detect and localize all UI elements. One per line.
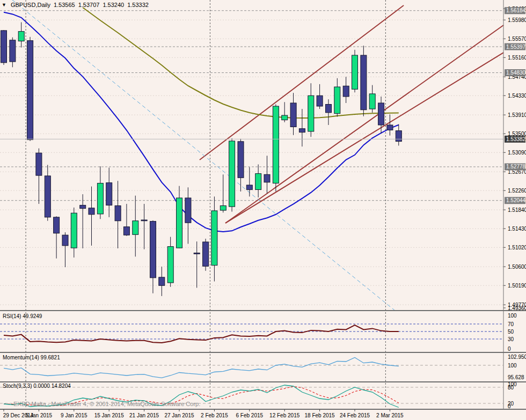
candle [27, 37, 33, 141]
stoch-indicator-label: Stoch(9,3,3) 0.0000 14.8204 [3, 383, 71, 389]
stoch-axis-label: 80 [508, 385, 514, 390]
momentum-value: 99.6821 [41, 355, 60, 360]
candle-body [89, 208, 94, 215]
candle-body [378, 103, 384, 125]
candle-body [361, 55, 367, 110]
date-axis-label: 9 Jan 2015 [61, 412, 87, 418]
price-axis-label: 1.54330 [508, 93, 526, 99]
candle-body [211, 211, 217, 266]
candle-body [282, 115, 288, 120]
candle-body [1, 31, 7, 63]
price-axis-label: 1.55980 [508, 17, 526, 23]
symbol-title-bar: ▼ GBPUSD,Daily 1.53565 1.53707 1.53240 1… [2, 2, 149, 8]
candle-body [264, 174, 270, 182]
stoch-value-main: 0.0000 [33, 383, 50, 389]
candle-body [123, 227, 129, 235]
date-axis-label: 12 Feb 2015 [269, 412, 300, 418]
momentum-axis-label: 102.9506 [508, 354, 526, 360]
stoch-name: Stoch(9,3,3) [3, 383, 32, 389]
candle-body [185, 198, 191, 223]
candle-body [334, 87, 340, 114]
candle-body [62, 235, 68, 246]
level-tag-text: 1.52044 [506, 197, 526, 203]
broker-watermark: EXDD Malta - MetaTrader 4, © 2001-2014; … [13, 401, 200, 407]
mt4-chart-window: 1.564001.559801.555701.551601.547401.543… [0, 0, 526, 420]
candle-body [387, 125, 393, 130]
candle-body [229, 141, 235, 207]
rsi-axis-label: 70 [508, 321, 514, 327]
candle-body [290, 103, 296, 127]
price-axis-label: 1.52260 [508, 188, 526, 194]
ohlc-close: 1.53332 [127, 2, 149, 8]
rsi-indicator-label: RSI(14) 49.9249 [3, 313, 42, 319]
momentum-axis-label: 100 [508, 363, 517, 369]
rsi-axis-label: 100 [508, 313, 517, 319]
candle-body [308, 95, 314, 131]
price-axis-label: 1.55570 [508, 36, 526, 42]
candle-body [369, 94, 375, 109]
rsi-name: RSI(14) [3, 313, 21, 319]
candle-body [18, 32, 24, 41]
ohlc-open: 1.53565 [54, 2, 75, 8]
candle-body [115, 206, 121, 221]
momentum-axis-label: 95.628 [508, 374, 524, 380]
candle [361, 46, 367, 116]
date-axis-label: 18 Feb 2015 [305, 412, 335, 418]
candle-body [255, 174, 261, 190]
candle-body [71, 213, 77, 248]
candle-body [27, 41, 33, 140]
candle-body [97, 183, 103, 214]
candle-body [352, 55, 358, 89]
ohlc-high: 1.53707 [78, 2, 100, 8]
price-axis-label: 1.55160 [508, 55, 526, 61]
candle-body [203, 242, 209, 266]
candle-body [80, 205, 86, 209]
date-axis-label: 2 Feb 2015 [201, 412, 228, 418]
stoch-axis-label: 0 [508, 403, 511, 409]
candle [273, 105, 279, 192]
rsi-axis-label: 50 [508, 329, 514, 335]
candle-body [299, 129, 305, 132]
symbol-dropdown-icon[interactable]: ▼ [2, 2, 6, 8]
price-axis-label: 1.50190 [508, 283, 526, 289]
date-axis-label: 5 Jan 2015 [26, 412, 53, 418]
rsi-axis-label: 0 [508, 346, 511, 352]
price-axis-label: 1.51430 [508, 226, 526, 232]
date-axis-label: 15 Jan 2015 [94, 412, 124, 418]
candle-body [177, 198, 182, 248]
current-price-tag-text: 1.53382 [506, 136, 526, 142]
candle-body [246, 185, 252, 190]
candle-body [45, 176, 50, 217]
ohlc-low: 1.53240 [103, 2, 124, 8]
stoch-value-signal: 14.8204 [52, 383, 71, 389]
candle-body [396, 131, 401, 142]
price-axis-label: 1.50600 [508, 264, 526, 270]
candle-body [326, 105, 332, 113]
candle [1, 30, 7, 65]
level-tag-text: 1.54830 [506, 70, 526, 76]
candle-body [273, 106, 279, 183]
candle [229, 138, 235, 212]
candle-body [133, 221, 138, 235]
candle-body [54, 217, 60, 233]
level-tag-text: 1.52778 [506, 164, 526, 170]
date-axis-label: 24 Feb 2015 [340, 412, 370, 418]
symbol-period-label: GBPUSD,Daily [11, 2, 50, 8]
candle-body [150, 222, 156, 278]
date-axis-label: 21 Jan 2015 [129, 412, 159, 418]
date-axis-label: 2 Mar 2015 [376, 412, 404, 418]
chart-canvas[interactable]: 1.564001.559801.555701.551601.547401.543… [0, 0, 526, 420]
candle [352, 50, 358, 93]
date-axis-label: 27 Jan 2015 [164, 412, 194, 418]
price-axis-label: 1.49360 [508, 305, 526, 311]
candle-body [317, 95, 323, 106]
candle-body [36, 153, 42, 175]
rsi-value: 49.9249 [23, 313, 42, 319]
price-axis-label: 1.53910 [508, 112, 526, 118]
price-axis-label: 1.51840 [508, 207, 526, 213]
candle-body [343, 86, 349, 97]
level-tag-text: 1.55397 [506, 44, 526, 50]
level-tag-text: 1.56184 [506, 8, 526, 13]
candle-body [167, 247, 173, 283]
price-axis-label: 1.51020 [508, 245, 526, 250]
